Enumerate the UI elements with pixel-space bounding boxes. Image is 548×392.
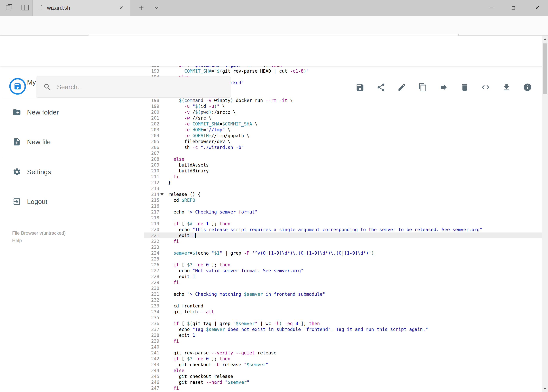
code-line-209[interactable]: 209 buildAssets: [144, 162, 542, 168]
sidebar-item-logout[interactable]: Logout: [0, 187, 126, 217]
code-line-202[interactable]: 202 -e COMMIT_SHA=$COMMIT_SHA \: [144, 121, 542, 127]
code-text: -u "$(id -u)" \: [164, 103, 225, 109]
code-line-220[interactable]: 220 echo "This release script requires a…: [144, 227, 542, 232]
help-link[interactable]: Help: [12, 237, 66, 244]
rename-button[interactable]: [397, 79, 406, 95]
gutter-line-number: 234: [144, 309, 164, 315]
code-line-231[interactable]: 231 echo "> Checking matching $semver in…: [144, 291, 542, 297]
code-line-208[interactable]: 208 else: [144, 156, 542, 162]
code-line-215[interactable]: 215 cd $REPO: [144, 197, 542, 203]
scroll-down-icon: [543, 388, 547, 390]
code-line-239[interactable]: 239 fi: [144, 338, 542, 344]
code-line-214[interactable]: 214release () {: [144, 191, 542, 197]
gutter-line-number: 224: [144, 250, 164, 256]
code-text: filebrowser/dev \: [164, 139, 230, 144]
code-line-210[interactable]: 210 buildBinary: [144, 168, 542, 174]
gutter-line-number: 225: [144, 256, 164, 262]
source-code-button[interactable]: [481, 79, 490, 95]
fold-arrow-icon[interactable]: [160, 193, 164, 195]
minimize-button[interactable]: [481, 0, 502, 16]
tab-close-button[interactable]: [117, 4, 126, 12]
sidebar-item-settings[interactable]: Settings: [0, 157, 126, 187]
code-line-203[interactable]: 203 -e HOME="//tmp" \: [144, 127, 542, 133]
gutter-line-number: 215: [144, 197, 164, 203]
filebrowser-logo[interactable]: [9, 77, 27, 96]
code-line-207[interactable]: 207: [144, 150, 542, 156]
code-line-216[interactable]: 216: [144, 203, 542, 209]
code-line-199[interactable]: 199 -u "$(id -u)" \: [144, 103, 542, 109]
maximize-button[interactable]: [503, 0, 524, 16]
scroll-up-button[interactable]: [542, 36, 548, 42]
code-line-246[interactable]: 246 git reset --hard "$semver": [144, 379, 542, 385]
code-line-242[interactable]: 242 if [ $? -ne 0 ]; then: [144, 356, 542, 362]
code-line-235[interactable]: 235: [144, 315, 542, 321]
version-text: File Browser v(untracked): [12, 229, 66, 237]
tabs-set-aside-list-button[interactable]: [20, 2, 30, 13]
code-line-217[interactable]: 217 echo "> Checking semver format": [144, 209, 542, 215]
share-button[interactable]: [376, 79, 385, 95]
code-line-245[interactable]: 245 git checkout release: [144, 373, 542, 379]
code-line-241[interactable]: 241 git rev-parse --verify --quiet relea…: [144, 350, 542, 356]
page-scrollbar[interactable]: [542, 36, 548, 392]
gutter-line-number: 242: [144, 356, 164, 362]
copy-button[interactable]: [418, 79, 427, 95]
code-line-201[interactable]: 201 -w //src \: [144, 115, 542, 121]
delete-button[interactable]: [460, 79, 469, 95]
code-line-200[interactable]: 200 -v /$(pwd):/src:z \: [144, 109, 542, 115]
save-button[interactable]: [355, 79, 364, 95]
code-line-198[interactable]: 198 $(command -v winpty) docker run --rm…: [144, 98, 542, 103]
code-text: [164, 244, 168, 250]
code-line-224[interactable]: 224 semver=$(echo "$1" | grep -P '^v(0|[…: [144, 250, 542, 256]
code-text: buildBinary: [164, 168, 209, 174]
code-line-230[interactable]: 230: [144, 285, 542, 291]
code-line-206[interactable]: 206 sh -c "./wizard.sh -b": [144, 144, 542, 150]
code-line-233[interactable]: 233 cd frontend: [144, 303, 542, 309]
code-line-240[interactable]: 240: [144, 344, 542, 350]
code-line-236[interactable]: 236 if [ $(git tag | grep "$semver" | wc…: [144, 321, 542, 326]
code-line-237[interactable]: 237 echo "Tag $semver does not exist in …: [144, 326, 542, 332]
code-line-219[interactable]: 219 if [ $# -ne 1 ]; then: [144, 221, 542, 227]
code-text: echo "Tag $semver does not exist in subm…: [164, 326, 428, 332]
code-line-226[interactable]: 226 if [ $? -ne 0 ]; then: [144, 262, 542, 268]
code-line-218[interactable]: 218: [144, 215, 542, 221]
code-line-229[interactable]: 229 fi: [144, 280, 542, 285]
scroll-down-button[interactable]: [542, 385, 548, 392]
code-text: [164, 256, 168, 262]
code-line-212[interactable]: 212}: [144, 180, 542, 186]
new-tab-button[interactable]: [136, 2, 147, 13]
code-line-211[interactable]: 211 fi: [144, 174, 542, 180]
code-line-204[interactable]: 204 -e GOPATH=//tmp/gopath \: [144, 133, 542, 139]
code-line-223[interactable]: 223: [144, 244, 542, 250]
sidebar-item-new-folder[interactable]: New folder: [0, 97, 126, 127]
code-line-225[interactable]: 225: [144, 256, 542, 262]
code-line-234[interactable]: 234 git fetch --all: [144, 309, 542, 315]
scrollbar-thumb[interactable]: [543, 43, 547, 94]
code-line-243[interactable]: 243 git checkout -b release "$semver": [144, 362, 542, 368]
tab-list-dropdown-button[interactable]: [151, 2, 162, 13]
code-line-238[interactable]: 238 exit 1: [144, 332, 542, 338]
window-close-button[interactable]: [526, 0, 548, 16]
code-line-232[interactable]: 232: [144, 297, 542, 303]
code-line-213[interactable]: 213: [144, 186, 542, 191]
browser-tab[interactable]: wizard.sh: [33, 0, 130, 16]
code-line-247[interactable]: 247 fi: [144, 385, 542, 391]
code-line-228[interactable]: 228 exit 1: [144, 273, 542, 280]
code-editor[interactable]: 192 if [ "$(command -v git)" != "" ]; th…: [144, 66, 542, 392]
code-line-222[interactable]: 222 fi: [144, 238, 542, 244]
code-line-192[interactable]: 192 if [ "$(command -v git)" != "" ]; th…: [144, 66, 542, 68]
set-tabs-aside-button[interactable]: [4, 2, 14, 13]
move-button[interactable]: [439, 79, 448, 95]
sidebar-item-new-file[interactable]: New file: [0, 127, 126, 157]
search-input[interactable]: [56, 83, 214, 91]
code-line-244[interactable]: 244 else: [144, 368, 542, 373]
search-box[interactable]: [36, 77, 231, 98]
code-line-221[interactable]: 221 exit 1: [144, 232, 542, 238]
navigation-bar: filebrowser.web/files/wizard.sh: [0, 16, 548, 36]
info-button[interactable]: [523, 79, 532, 95]
download-button[interactable]: [502, 79, 511, 95]
code-text: else: [164, 156, 184, 162]
code-line-205[interactable]: 205 filebrowser/dev \: [144, 139, 542, 144]
code-line-193[interactable]: 193 COMMIT_SHA="$(git rev-parse HEAD | c…: [144, 68, 542, 74]
gutter-line-number: 227: [144, 268, 164, 273]
code-line-227[interactable]: 227 echo "Not valid semver format. See s…: [144, 268, 542, 273]
